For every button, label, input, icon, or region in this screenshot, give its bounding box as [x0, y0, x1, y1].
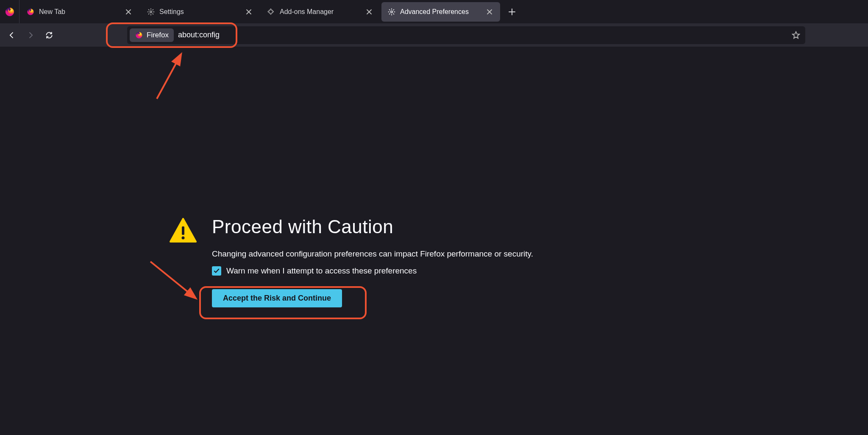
forward-button[interactable] — [22, 27, 39, 44]
accept-risk-button[interactable]: Accept the Risk and Continue — [212, 289, 342, 307]
gear-icon — [387, 8, 396, 16]
svg-point-6 — [182, 237, 185, 240]
firefox-app-icon — [0, 0, 19, 23]
warning-container: Proceed with Caution Changing advanced c… — [0, 216, 868, 307]
warning-title: Proceed with Caution — [212, 216, 868, 237]
tab-label: Advanced Preferences — [400, 8, 485, 16]
puzzle-icon — [267, 8, 275, 16]
warning-checkbox-label[interactable]: Warn me when I attempt to access these p… — [226, 266, 417, 276]
tab-label: Add-ons Manager — [280, 8, 364, 16]
close-icon[interactable] — [364, 7, 374, 17]
bookmark-star-icon[interactable] — [789, 28, 803, 42]
firefox-icon — [135, 31, 143, 39]
new-tab-button[interactable] — [504, 4, 520, 20]
tab-label: Settings — [159, 8, 244, 16]
tab-new-tab[interactable]: New Tab — [20, 2, 139, 22]
warning-description: Changing advanced configuration preferen… — [212, 249, 868, 259]
svg-point-3 — [391, 11, 393, 13]
warning-checkbox-row: Warn me when I attempt to access these p… — [212, 266, 868, 276]
close-icon[interactable] — [485, 7, 494, 17]
tab-addons[interactable]: Add-ons Manager — [261, 2, 380, 22]
url-bar[interactable]: Firefox about:config — [127, 26, 805, 44]
close-icon[interactable] — [244, 7, 253, 17]
tab-strip: New Tab Settings Add-ons Manager Advance… — [0, 0, 868, 23]
close-icon[interactable] — [124, 7, 133, 17]
warning-triangle-icon — [170, 216, 199, 307]
content-area: Proceed with Caution Changing advanced c… — [0, 47, 868, 435]
tab-advanced-preferences[interactable]: Advanced Preferences — [381, 2, 500, 22]
warning-body: Proceed with Caution Changing advanced c… — [212, 216, 868, 307]
svg-rect-5 — [182, 226, 184, 235]
identity-box[interactable]: Firefox — [130, 28, 174, 42]
warning-checkbox[interactable] — [212, 266, 221, 276]
reload-button[interactable] — [41, 27, 58, 44]
back-button[interactable] — [3, 27, 20, 44]
identity-label: Firefox — [147, 31, 169, 39]
check-icon — [213, 268, 220, 274]
tab-settings[interactable]: Settings — [141, 2, 259, 22]
svg-point-2 — [150, 11, 152, 13]
tab-label: New Tab — [39, 8, 124, 16]
url-text: about:config — [178, 31, 789, 39]
gear-icon — [147, 8, 155, 16]
firefox-icon — [26, 8, 35, 16]
toolbar: Firefox about:config — [0, 23, 868, 47]
firefox-icon — [5, 7, 15, 17]
